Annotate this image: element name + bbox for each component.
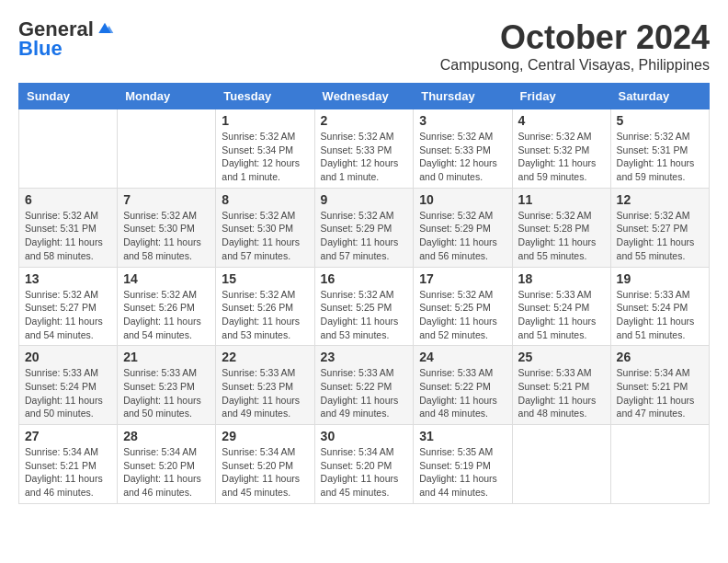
day-number: 12	[617, 192, 703, 207]
header-sunday: Sunday	[19, 84, 118, 109]
calendar-cell: 8Sunrise: 5:32 AM Sunset: 5:30 PM Daylig…	[216, 188, 314, 267]
day-number: 30	[321, 429, 408, 443]
calendar-cell: 21Sunrise: 5:33 AM Sunset: 5:23 PM Dayli…	[118, 346, 216, 425]
day-info: Sunrise: 5:32 AM Sunset: 5:27 PM Dayligh…	[25, 288, 111, 342]
day-info: Sunrise: 5:33 AM Sunset: 5:24 PM Dayligh…	[25, 366, 111, 420]
day-number: 1	[222, 113, 308, 128]
calendar-cell: 15Sunrise: 5:32 AM Sunset: 5:26 PM Dayli…	[216, 267, 314, 346]
day-info: Sunrise: 5:32 AM Sunset: 5:25 PM Dayligh…	[419, 288, 506, 342]
day-info: Sunrise: 5:32 AM Sunset: 5:30 PM Dayligh…	[123, 209, 210, 263]
day-info: Sunrise: 5:34 AM Sunset: 5:20 PM Dayligh…	[321, 445, 408, 500]
calendar-cell: 26Sunrise: 5:34 AM Sunset: 5:21 PM Dayli…	[610, 346, 709, 425]
header-saturday: Saturday	[610, 84, 709, 109]
day-number: 23	[321, 350, 408, 364]
day-info: Sunrise: 5:33 AM Sunset: 5:24 PM Dayligh…	[617, 288, 703, 342]
day-info: Sunrise: 5:32 AM Sunset: 5:34 PM Dayligh…	[222, 130, 308, 184]
calendar-cell: 14Sunrise: 5:32 AM Sunset: 5:26 PM Dayli…	[118, 267, 216, 346]
page-header: General Blue October 2024 Campusong, Cen…	[18, 18, 710, 74]
calendar-cell	[118, 109, 216, 189]
day-info: Sunrise: 5:32 AM Sunset: 5:33 PM Dayligh…	[419, 130, 506, 184]
day-info: Sunrise: 5:34 AM Sunset: 5:21 PM Dayligh…	[617, 366, 703, 420]
calendar-cell: 30Sunrise: 5:34 AM Sunset: 5:20 PM Dayli…	[314, 425, 414, 504]
calendar-week-row: 27Sunrise: 5:34 AM Sunset: 5:21 PM Dayli…	[19, 425, 710, 504]
calendar-cell	[610, 425, 709, 504]
day-info: Sunrise: 5:33 AM Sunset: 5:22 PM Dayligh…	[321, 366, 408, 420]
day-number: 13	[25, 271, 111, 286]
calendar-cell: 2Sunrise: 5:32 AM Sunset: 5:33 PM Daylig…	[314, 109, 414, 189]
calendar-cell: 13Sunrise: 5:32 AM Sunset: 5:27 PM Dayli…	[19, 267, 118, 346]
day-info: Sunrise: 5:33 AM Sunset: 5:23 PM Dayligh…	[123, 366, 210, 420]
day-number: 25	[518, 350, 605, 364]
header-wednesday: Wednesday	[314, 84, 414, 109]
day-info: Sunrise: 5:32 AM Sunset: 5:28 PM Dayligh…	[518, 209, 605, 263]
day-info: Sunrise: 5:32 AM Sunset: 5:29 PM Dayligh…	[321, 209, 408, 263]
header-thursday: Thursday	[414, 84, 512, 109]
calendar-week-row: 1Sunrise: 5:32 AM Sunset: 5:34 PM Daylig…	[19, 109, 710, 189]
day-number: 5	[617, 113, 703, 128]
calendar-table: SundayMondayTuesdayWednesdayThursdayFrid…	[18, 83, 710, 504]
day-info: Sunrise: 5:32 AM Sunset: 5:32 PM Dayligh…	[518, 130, 605, 184]
calendar-cell: 27Sunrise: 5:34 AM Sunset: 5:21 PM Dayli…	[19, 425, 118, 504]
calendar-cell: 23Sunrise: 5:33 AM Sunset: 5:22 PM Dayli…	[314, 346, 414, 425]
day-info: Sunrise: 5:33 AM Sunset: 5:24 PM Dayligh…	[518, 288, 605, 342]
day-info: Sunrise: 5:34 AM Sunset: 5:21 PM Dayligh…	[25, 445, 111, 500]
calendar-cell: 20Sunrise: 5:33 AM Sunset: 5:24 PM Dayli…	[19, 346, 118, 425]
calendar-cell: 18Sunrise: 5:33 AM Sunset: 5:24 PM Dayli…	[512, 267, 610, 346]
calendar-week-row: 13Sunrise: 5:32 AM Sunset: 5:27 PM Dayli…	[19, 267, 710, 346]
calendar-cell: 25Sunrise: 5:33 AM Sunset: 5:21 PM Dayli…	[512, 346, 610, 425]
month-title: October 2024	[440, 18, 710, 57]
day-number: 10	[419, 192, 506, 207]
calendar-week-row: 20Sunrise: 5:33 AM Sunset: 5:24 PM Dayli…	[19, 346, 710, 425]
calendar-cell: 19Sunrise: 5:33 AM Sunset: 5:24 PM Dayli…	[610, 267, 709, 346]
day-number: 11	[518, 192, 605, 207]
calendar-cell	[512, 425, 610, 504]
day-info: Sunrise: 5:32 AM Sunset: 5:27 PM Dayligh…	[617, 209, 703, 263]
day-info: Sunrise: 5:32 AM Sunset: 5:31 PM Dayligh…	[25, 209, 111, 263]
day-number: 21	[123, 350, 210, 364]
day-number: 19	[617, 271, 703, 286]
day-number: 2	[321, 113, 408, 128]
day-number: 7	[123, 192, 210, 207]
day-number: 22	[222, 350, 308, 364]
logo-icon	[96, 19, 114, 38]
day-info: Sunrise: 5:32 AM Sunset: 5:30 PM Dayligh…	[222, 209, 308, 263]
calendar-cell: 3Sunrise: 5:32 AM Sunset: 5:33 PM Daylig…	[414, 109, 512, 189]
day-number: 24	[419, 350, 506, 364]
day-number: 20	[25, 350, 111, 364]
day-number: 16	[321, 271, 408, 286]
calendar-cell: 24Sunrise: 5:33 AM Sunset: 5:22 PM Dayli…	[414, 346, 512, 425]
day-number: 8	[222, 192, 308, 207]
calendar-cell: 11Sunrise: 5:32 AM Sunset: 5:28 PM Dayli…	[512, 188, 610, 267]
day-number: 17	[419, 271, 506, 286]
day-number: 9	[321, 192, 408, 207]
calendar-cell: 31Sunrise: 5:35 AM Sunset: 5:19 PM Dayli…	[414, 425, 512, 504]
calendar-cell: 28Sunrise: 5:34 AM Sunset: 5:20 PM Dayli…	[118, 425, 216, 504]
day-info: Sunrise: 5:33 AM Sunset: 5:23 PM Dayligh…	[222, 366, 308, 420]
day-info: Sunrise: 5:32 AM Sunset: 5:29 PM Dayligh…	[419, 209, 506, 263]
day-info: Sunrise: 5:34 AM Sunset: 5:20 PM Dayligh…	[222, 445, 308, 500]
calendar-week-row: 6Sunrise: 5:32 AM Sunset: 5:31 PM Daylig…	[19, 188, 710, 267]
calendar-cell: 9Sunrise: 5:32 AM Sunset: 5:29 PM Daylig…	[314, 188, 414, 267]
calendar-cell: 6Sunrise: 5:32 AM Sunset: 5:31 PM Daylig…	[19, 188, 118, 267]
day-number: 31	[419, 429, 506, 443]
day-number: 6	[25, 192, 111, 207]
day-number: 28	[123, 429, 210, 443]
calendar-cell: 17Sunrise: 5:32 AM Sunset: 5:25 PM Dayli…	[414, 267, 512, 346]
day-number: 18	[518, 271, 605, 286]
title-block: October 2024 Campusong, Central Visayas,…	[440, 18, 710, 74]
location: Campusong, Central Visayas, Philippines	[440, 57, 710, 74]
day-number: 3	[419, 113, 506, 128]
calendar-cell: 7Sunrise: 5:32 AM Sunset: 5:30 PM Daylig…	[118, 188, 216, 267]
calendar-cell: 1Sunrise: 5:32 AM Sunset: 5:34 PM Daylig…	[216, 109, 314, 189]
calendar-cell: 12Sunrise: 5:32 AM Sunset: 5:27 PM Dayli…	[610, 188, 709, 267]
header-tuesday: Tuesday	[216, 84, 314, 109]
day-number: 27	[25, 429, 111, 443]
calendar-header-row: SundayMondayTuesdayWednesdayThursdayFrid…	[19, 84, 710, 109]
day-info: Sunrise: 5:33 AM Sunset: 5:21 PM Dayligh…	[518, 366, 605, 420]
day-info: Sunrise: 5:35 AM Sunset: 5:19 PM Dayligh…	[419, 445, 506, 500]
day-info: Sunrise: 5:32 AM Sunset: 5:31 PM Dayligh…	[617, 130, 703, 184]
day-info: Sunrise: 5:32 AM Sunset: 5:26 PM Dayligh…	[222, 288, 308, 342]
day-info: Sunrise: 5:32 AM Sunset: 5:33 PM Dayligh…	[321, 130, 408, 184]
day-info: Sunrise: 5:34 AM Sunset: 5:20 PM Dayligh…	[123, 445, 210, 500]
calendar-cell: 10Sunrise: 5:32 AM Sunset: 5:29 PM Dayli…	[414, 188, 512, 267]
